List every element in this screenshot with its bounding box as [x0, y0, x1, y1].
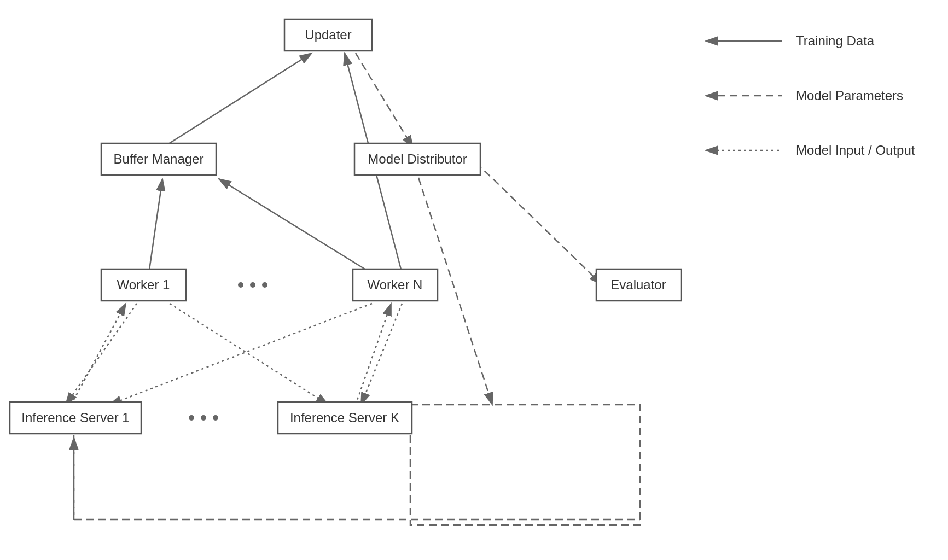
dot6: [213, 415, 218, 421]
dot2: [250, 282, 255, 288]
workerN-to-infK-arrow: [361, 304, 402, 405]
worker1-label: Worker 1: [117, 277, 170, 292]
model-distributor-label: Model Distributor: [368, 151, 467, 166]
buffer-to-updater-arrow: [162, 53, 312, 148]
inf1-to-worker1-arrow: [71, 304, 126, 405]
workerN-label: Worker N: [368, 277, 423, 292]
workerN-to-buffer-arrow: [219, 179, 372, 273]
updater-to-model-dist-arrow: [356, 53, 413, 148]
dot1: [238, 282, 243, 288]
worker1-to-inf1-arrow: [66, 304, 137, 405]
dot3: [262, 282, 267, 288]
updater-label: Updater: [305, 27, 351, 42]
diagram-container: Updater Buffer Manager Model Distributor…: [0, 0, 948, 560]
architecture-diagram: Updater Buffer Manager Model Distributor…: [0, 0, 948, 560]
worker1-to-infK-arrow: [170, 304, 328, 405]
legend-model-params-label: Model Parameters: [796, 88, 903, 103]
workerN-to-inf1-arrow: [109, 304, 372, 405]
evaluator-label: Evaluator: [610, 277, 666, 292]
buffer-manager-label: Buffer Manager: [114, 151, 204, 166]
legend-training-label: Training Data: [796, 33, 875, 48]
model-dist-to-evaluator-arrow: [476, 162, 602, 284]
infK-to-workerN-arrow: [356, 304, 391, 405]
inference-dashed-box: [410, 405, 640, 525]
legend-model-io-label: Model Input / Output: [796, 143, 915, 158]
dot5: [201, 415, 206, 421]
inferenceK-label: Inference Server K: [290, 410, 399, 425]
dot4: [189, 415, 194, 421]
worker1-to-buffer-arrow: [149, 179, 162, 273]
inference1-label: Inference Server 1: [21, 410, 129, 425]
